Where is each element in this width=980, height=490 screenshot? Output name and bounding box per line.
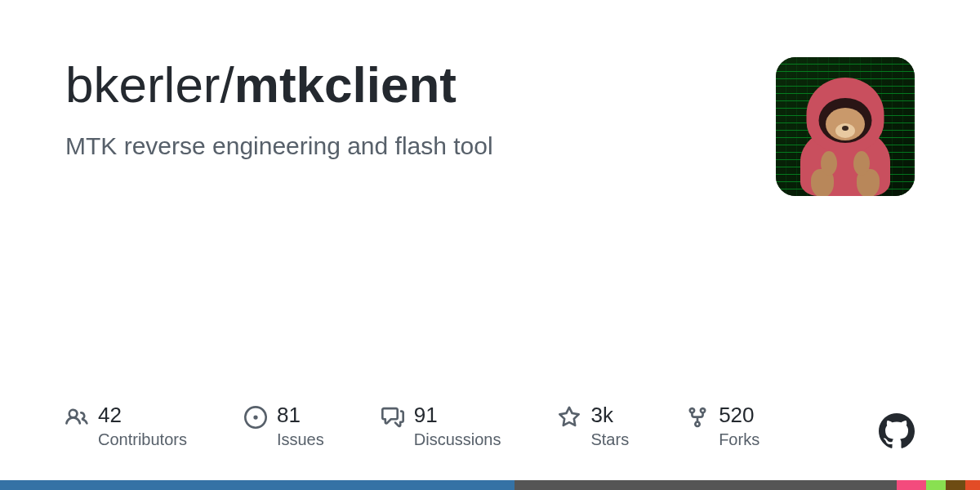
language-segment <box>897 480 926 490</box>
stars-stat[interactable]: 3k Stars <box>558 404 629 449</box>
repo-stats: 42 Contributors 81 Issues 91 Discussions <box>65 404 915 449</box>
issues-label: Issues <box>277 430 324 449</box>
issues-value: 81 <box>277 404 324 425</box>
contributors-label: Contributors <box>98 430 187 449</box>
repo-name[interactable]: mtkclient <box>234 56 457 113</box>
issues-stat[interactable]: 81 Issues <box>244 404 324 449</box>
contributors-value: 42 <box>98 404 187 425</box>
forks-label: Forks <box>719 430 760 449</box>
discussions-icon <box>381 406 404 429</box>
language-segment <box>0 480 514 490</box>
fork-icon <box>686 406 709 429</box>
language-bar <box>0 480 980 490</box>
language-segment <box>965 480 980 490</box>
forks-stat[interactable]: 520 Forks <box>686 404 760 449</box>
people-icon <box>65 406 88 429</box>
github-logo-icon[interactable] <box>879 413 915 449</box>
stars-value: 3k <box>590 404 629 425</box>
star-icon <box>558 406 581 429</box>
contributors-stat[interactable]: 42 Contributors <box>65 404 187 449</box>
discussions-label: Discussions <box>414 430 501 449</box>
stars-label: Stars <box>590 430 629 449</box>
repo-title: bkerler/mtkclient <box>65 57 743 113</box>
repo-slash: / <box>220 56 234 113</box>
discussions-value: 91 <box>414 404 501 425</box>
repo-avatar[interactable] <box>776 57 915 196</box>
repo-description: MTK reverse engineering and flash tool <box>65 132 743 160</box>
issue-icon <box>244 406 267 429</box>
forks-value: 520 <box>719 404 760 425</box>
language-segment <box>926 480 946 490</box>
language-segment <box>946 480 965 490</box>
repo-owner[interactable]: bkerler <box>65 56 220 113</box>
language-segment <box>514 480 897 490</box>
discussions-stat[interactable]: 91 Discussions <box>381 404 501 449</box>
